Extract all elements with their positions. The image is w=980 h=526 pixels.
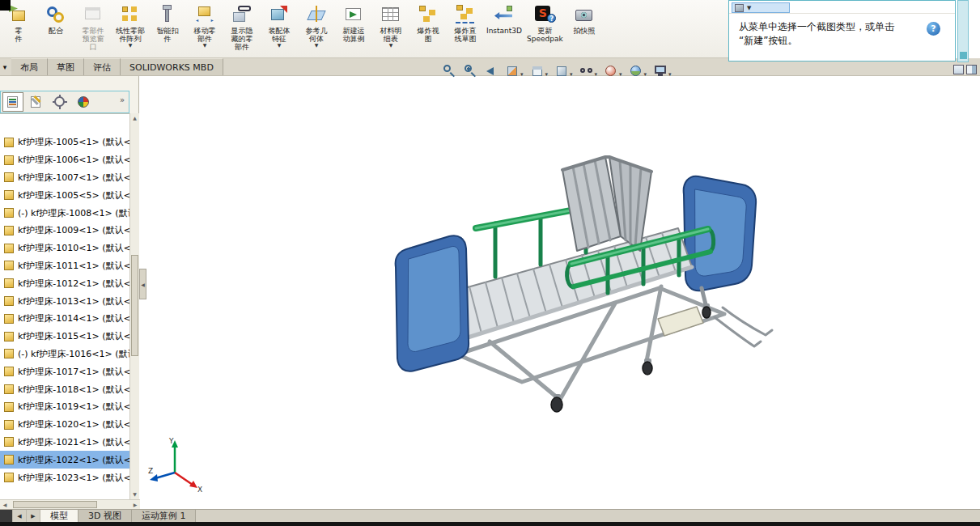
section-view[interactable]: ▾ <box>505 63 524 78</box>
dropdown-arrow-icon[interactable]: ▾ <box>668 71 672 78</box>
dropdown-arrow-icon[interactable]: ▼ <box>278 43 282 48</box>
tree-item[interactable]: kf护理床-1009<1> (默认< <box>0 222 129 240</box>
dropdown-arrow-icon[interactable]: ▾ <box>520 71 524 78</box>
previous-view[interactable]: ▾ <box>484 63 498 78</box>
tree-item[interactable]: (-) kf护理床-1008<1> (默认 <box>0 204 129 222</box>
hide-show-items[interactable]: ▾ <box>579 63 598 78</box>
view-settings[interactable]: ▾ <box>653 63 672 78</box>
tree-item[interactable]: (-) kf护理床-1016<1> (默认 <box>0 346 129 363</box>
tree-scrollbar[interactable]: ▲ ▼ <box>129 113 139 499</box>
bill-of-materials[interactable]: 材料明 细表 ▼ <box>372 2 409 49</box>
tab-scroll-right-icon[interactable]: ▶ <box>27 510 40 522</box>
smart-fasteners[interactable]: 智能扣 件 ▼ <box>149 2 186 49</box>
document-tab-label: 模型 <box>50 510 68 522</box>
featuremanager-tab[interactable] <box>2 92 23 112</box>
tree-item[interactable]: kf护理床-1011<1> (默认< <box>0 257 129 275</box>
move-component[interactable]: 移动零 部件 ▼ <box>186 2 223 49</box>
instant3d[interactable]: Instant3D ▼ <box>484 2 524 40</box>
scroll-left-icon[interactable]: ◀ <box>0 502 10 507</box>
tab-scroll-left-icon[interactable]: ◀ <box>13 510 27 522</box>
actuator-box[interactable] <box>658 307 703 336</box>
propertymanager-tab[interactable] <box>26 92 47 112</box>
explode-line-sketch[interactable]: 爆炸直 线草图 ▼ <box>447 2 484 49</box>
tree-item-label: kf护理床-1009<1> (默认< <box>18 224 129 236</box>
tree-item[interactable]: kf护理床-1006<1> (默认< <box>0 151 129 169</box>
tree-item[interactable]: kf护理床-1020<1> (默认< <box>0 416 129 434</box>
dropdown-arrow-icon[interactable]: ▼ <box>129 43 133 48</box>
edit-appearance-icon <box>604 63 618 78</box>
bed-model-3d[interactable] <box>368 138 789 429</box>
display-style[interactable]: ▾ <box>554 63 573 78</box>
exploded-view[interactable]: 爆炸视 图 ▼ <box>409 2 447 49</box>
single-pane-icon[interactable] <box>953 65 964 74</box>
footboard[interactable] <box>396 235 469 371</box>
headboard[interactable] <box>684 176 756 308</box>
help-icon[interactable]: ? <box>927 22 940 36</box>
snapshot-help-panel: ▼ 从菜单中选择一个截图类型，或单击 “新建”按钮。 ? <box>728 0 956 62</box>
tab-3d-views[interactable]: 3D 视图 <box>78 510 132 522</box>
dropdown-arrow-icon[interactable]: ▼ <box>389 43 393 48</box>
tab-scroll-start-icon[interactable] <box>0 510 13 522</box>
apply-scene[interactable]: ▾ <box>629 63 647 78</box>
tab-evaluate[interactable]: 评估 <box>84 58 121 75</box>
tree-item-label: kf护理床-1006<1> (默认< <box>18 154 129 166</box>
component-preview-window[interactable]: 零部件 预览窗 口 ▼ <box>74 2 112 57</box>
tree-item[interactable]: kf护理床-1021<1> (默认< <box>0 434 129 452</box>
scrollbar-thumb[interactable] <box>13 501 97 508</box>
tree-item[interactable]: kf护理床-1007<1> (默认< <box>0 169 129 187</box>
dropdown-arrow-icon[interactable]: ▾ <box>545 71 549 78</box>
tab-sketch[interactable]: 草图 <box>48 58 84 75</box>
scroll-down-icon[interactable]: ▼ <box>130 490 139 499</box>
dropdown-arrow-icon[interactable]: ▼ <box>315 43 319 48</box>
show-hidden-components[interactable]: 显示隐 藏的零 部件 ▼ <box>223 2 261 57</box>
tree-item[interactable]: kf护理床-1010<1> (默认< <box>0 240 129 257</box>
scrollbar-thumb[interactable] <box>131 255 138 356</box>
dropdown-arrow-icon[interactable]: ▾ <box>644 71 647 78</box>
tab-layout[interactable]: 布局 <box>11 58 48 75</box>
pin-icon[interactable] <box>960 52 967 59</box>
tree-item[interactable]: kf护理床-1014<1> (默认< <box>0 310 129 328</box>
tree-item[interactable]: kf护理床-1022<1> (默认< <box>0 451 129 469</box>
panel-horizontal-scrollbar[interactable]: ◀ ▶ <box>0 499 140 509</box>
tab-solidworks-mbd[interactable]: SOLIDWORKS MBD <box>121 58 223 75</box>
tree-item[interactable]: kf护理床-1005<1> (默认< <box>0 134 129 151</box>
dropdown-arrow-icon[interactable]: ▼ <box>203 43 207 48</box>
edit-appearance[interactable]: ▾ <box>604 63 622 78</box>
reference-geometry[interactable]: 参考几 何体 ▼ <box>298 2 335 49</box>
new-motion-study[interactable]: 新建运 动算例 ▼ <box>335 2 372 49</box>
panel-overflow-chevron[interactable]: » <box>120 95 125 104</box>
tree-item[interactable]: kf护理床-1018<1> (默认< <box>0 380 129 398</box>
split-pane-icon[interactable] <box>966 65 977 74</box>
dimxpertmanager-tab[interactable] <box>73 92 94 112</box>
tree-item[interactable]: kf护理床-1019<1> (默认< <box>0 398 129 416</box>
zoom-to-fit[interactable]: ▾ <box>442 63 456 78</box>
dropdown-arrow-icon[interactable]: ▾ <box>595 71 598 78</box>
tab-model[interactable]: 模型 <box>40 510 78 522</box>
tree-item[interactable]: kf护理床-1023<1> (默认< <box>0 469 129 486</box>
dropdown-arrow-icon[interactable]: ▾ <box>570 71 573 78</box>
tree-item[interactable]: kf护理床-1012<1> (默认< <box>0 274 129 292</box>
linear-component-pattern[interactable]: 线性零部 件阵列 ▼ <box>112 2 149 49</box>
assembly-features[interactable]: 装配体 特征 ▼ <box>261 2 298 49</box>
component-cube-icon <box>4 261 14 270</box>
component-cube-icon <box>4 384 14 394</box>
scroll-right-icon[interactable]: ▶ <box>130 502 140 507</box>
tree-item[interactable]: kf护理床-1017<1> (默认< <box>0 363 129 380</box>
tab-overflow-icon[interactable]: ▾ <box>0 58 10 75</box>
tree-item[interactable]: kf护理床-1005<5> (默认< <box>0 186 129 204</box>
take-snapshot[interactable]: 拍快照 ▼ <box>566 2 603 40</box>
dropdown-arrow-icon[interactable]: ▾ <box>619 71 622 78</box>
tab-motion-study-1[interactable]: 运动算例 1 <box>132 510 197 522</box>
zoom-to-area[interactable]: ▾ <box>463 63 477 78</box>
scroll-up-icon[interactable]: ▲ <box>130 113 139 123</box>
configurationmanager-tab[interactable] <box>49 92 70 112</box>
tree-item[interactable]: kf护理床-1015<1> (默认< <box>0 328 129 346</box>
panel-collapse-handle[interactable]: ◀ <box>139 269 146 299</box>
mate[interactable]: 配合 ▼ <box>37 2 74 40</box>
tree-item[interactable]: kf护理床-1013<1> (默认< <box>0 292 129 310</box>
backrest-raised[interactable] <box>562 157 651 251</box>
update-speedpak[interactable]: 更新 Speedpak ▼ <box>524 2 566 49</box>
panel-edge-strip <box>957 0 969 62</box>
view-orientation[interactable]: ▾ <box>530 63 549 78</box>
snapshot-type-button[interactable]: ▼ <box>732 2 790 13</box>
